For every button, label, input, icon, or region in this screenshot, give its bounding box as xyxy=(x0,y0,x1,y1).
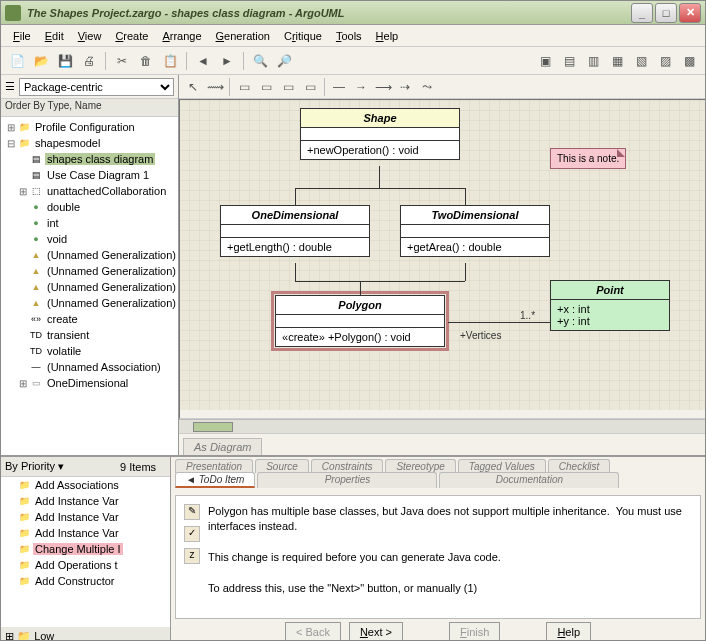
diagram-tool-icon[interactable]: ▣ xyxy=(535,51,555,71)
todo-list[interactable]: 📁Add Associations📁Add Instance Var📁Add I… xyxy=(1,477,170,627)
menu-generation[interactable]: Generation xyxy=(210,28,276,44)
menu-help[interactable]: Help xyxy=(370,28,405,44)
class-tool-icon[interactable]: ▭ xyxy=(234,77,254,97)
paste-icon[interactable]: 📋 xyxy=(160,51,180,71)
tab-source[interactable]: Source xyxy=(255,459,309,473)
menu-view[interactable]: View xyxy=(72,28,108,44)
back-button[interactable]: < Back xyxy=(285,622,341,641)
menu-create[interactable]: Create xyxy=(109,28,154,44)
nav-fwd-icon[interactable]: ► xyxy=(217,51,237,71)
open-icon[interactable]: 📂 xyxy=(31,51,51,71)
tree-item[interactable]: ▲(Unnamed Generalization) xyxy=(1,295,178,311)
tree-item[interactable]: TDvolatile xyxy=(1,343,178,359)
tab-properties[interactable]: Properties xyxy=(257,472,437,488)
diagram-canvas-scroll[interactable]: Shape +newOperation() : void OneDimensio… xyxy=(179,99,706,419)
todo-item[interactable]: 📁Add Operations t xyxy=(1,557,170,573)
snooze-icon[interactable]: z xyxy=(184,548,200,564)
class-attrs xyxy=(301,128,459,140)
class-name: OneDimensional xyxy=(221,206,369,225)
tree-item[interactable]: TDtransient xyxy=(1,327,178,343)
help-button[interactable]: Help xyxy=(546,622,591,641)
perspective-icon[interactable]: ☰ xyxy=(5,80,15,93)
todo-item[interactable]: 📁Add Instance Var xyxy=(1,509,170,525)
todo-filter-select[interactable]: By Priority ▾ xyxy=(1,460,120,473)
finish-button[interactable]: Finish xyxy=(449,622,500,641)
tab-constraints[interactable]: Constraints xyxy=(311,459,384,473)
nav-back-icon[interactable]: ◄ xyxy=(193,51,213,71)
horizontal-scrollbar[interactable] xyxy=(179,419,706,433)
assoc-tool-icon[interactable]: ⟶ xyxy=(373,77,393,97)
find-icon[interactable]: 🔍 xyxy=(250,51,270,71)
diagram-tool-icon[interactable]: ▧ xyxy=(631,51,651,71)
tree-item[interactable]: ●void xyxy=(1,231,178,247)
tree-item[interactable]: ⊟📁shapesmodel xyxy=(1,135,178,151)
tree-item[interactable]: ⊞📁Profile Configuration xyxy=(1,119,178,135)
tree-item[interactable]: ▤shapes class diagram xyxy=(1,151,178,167)
uml-class-point[interactable]: Point +x : int +y : int xyxy=(550,280,670,331)
tree-item[interactable]: ⊞⬚unattachedCollaboration xyxy=(1,183,178,199)
menu-tools[interactable]: Tools xyxy=(330,28,368,44)
class-tool-icon[interactable]: ▭ xyxy=(256,77,276,97)
tree-item[interactable]: ●int xyxy=(1,215,178,231)
maximize-button[interactable]: □ xyxy=(655,3,677,23)
menu-arrange[interactable]: Arrange xyxy=(156,28,207,44)
tab-presentation[interactable]: Presentation xyxy=(175,459,253,473)
tree-item[interactable]: «»create xyxy=(1,311,178,327)
tree-item[interactable]: ▲(Unnamed Generalization) xyxy=(1,279,178,295)
close-button[interactable]: ✕ xyxy=(679,3,701,23)
menu-file[interactable]: File xyxy=(7,28,37,44)
uml-class-onedimensional[interactable]: OneDimensional +getLength() : double xyxy=(220,205,370,257)
diagram-tool-icon[interactable]: ▩ xyxy=(679,51,699,71)
todo-item[interactable]: 📁Change Multiple I xyxy=(1,541,170,557)
tree-item[interactable]: ▲(Unnamed Generalization) xyxy=(1,247,178,263)
todo-item[interactable]: 📁Add Constructor xyxy=(1,573,170,589)
todo-item[interactable]: 📁Add Instance Var xyxy=(1,493,170,509)
tree-item[interactable]: —(Unnamed Association) xyxy=(1,359,178,375)
uml-class-shape[interactable]: Shape +newOperation() : void xyxy=(300,108,460,160)
menu-edit[interactable]: Edit xyxy=(39,28,70,44)
select-tool-icon[interactable]: ↖ xyxy=(183,77,203,97)
cut-icon[interactable]: ✂ xyxy=(112,51,132,71)
perspective-select[interactable]: Package-centric xyxy=(19,78,174,96)
new-icon[interactable]: 📄 xyxy=(7,51,27,71)
minimize-button[interactable]: _ xyxy=(631,3,653,23)
delete-icon[interactable]: 🗑 xyxy=(136,51,156,71)
tree-item[interactable]: ●double xyxy=(1,199,178,215)
tab-stereotype[interactable]: Stereotype xyxy=(385,459,455,473)
menu-critique[interactable]: Critique xyxy=(278,28,328,44)
new-todo-icon[interactable]: ✎ xyxy=(184,504,200,520)
next-button[interactable]: Next > xyxy=(349,622,403,641)
class-tool-icon[interactable]: ▭ xyxy=(278,77,298,97)
uml-class-polygon[interactable]: Polygon «create» +Polygon() : void xyxy=(275,295,445,347)
diagram-tool-icon[interactable]: ▦ xyxy=(607,51,627,71)
zoom-icon[interactable]: 🔎 xyxy=(274,51,294,71)
assoc-tool-icon[interactable]: ⇢ xyxy=(395,77,415,97)
tab-checklist[interactable]: Checklist xyxy=(548,459,611,473)
tree-item[interactable]: ⊞▭OneDimensional xyxy=(1,375,178,391)
as-diagram-tab[interactable]: As Diagram xyxy=(183,438,262,455)
diagram-canvas[interactable]: Shape +newOperation() : void OneDimensio… xyxy=(180,100,706,410)
class-name: Point xyxy=(551,281,669,300)
diagram-tool-icon[interactable]: ▥ xyxy=(583,51,603,71)
tab-tagged-values[interactable]: Tagged Values xyxy=(458,459,546,473)
model-tree[interactable]: ⊞📁Profile Configuration⊟📁shapesmodel ▤sh… xyxy=(1,117,178,455)
assoc-tool-icon[interactable]: → xyxy=(351,77,371,97)
assoc-tool-icon[interactable]: ⤳ xyxy=(417,77,437,97)
save-icon[interactable]: 💾 xyxy=(55,51,75,71)
tree-item[interactable]: ▲(Unnamed Generalization) xyxy=(1,263,178,279)
diagram-tool-icon[interactable]: ▨ xyxy=(655,51,675,71)
diagram-tool-icon[interactable]: ▤ xyxy=(559,51,579,71)
class-tool-icon[interactable]: ▭ xyxy=(300,77,320,97)
resolve-icon[interactable]: ✓ xyxy=(184,526,200,542)
uml-note[interactable]: This is a note. xyxy=(550,148,626,169)
todo-item[interactable]: 📁Add Instance Var xyxy=(1,525,170,541)
tab-documentation[interactable]: Documentation xyxy=(439,472,619,488)
order-label[interactable]: Order By Type, Name xyxy=(1,99,178,117)
assoc-tool-icon[interactable]: — xyxy=(329,77,349,97)
print-icon[interactable]: 🖨 xyxy=(79,51,99,71)
todo-item[interactable]: 📁Add Associations xyxy=(1,477,170,493)
broom-tool-icon[interactable]: ⟿ xyxy=(205,77,225,97)
uml-class-twodimensional[interactable]: TwoDimensional +getArea() : double xyxy=(400,205,550,257)
tree-item[interactable]: ▤Use Case Diagram 1 xyxy=(1,167,178,183)
tab-todo-item[interactable]: ◄ ToDo Item xyxy=(175,472,255,488)
